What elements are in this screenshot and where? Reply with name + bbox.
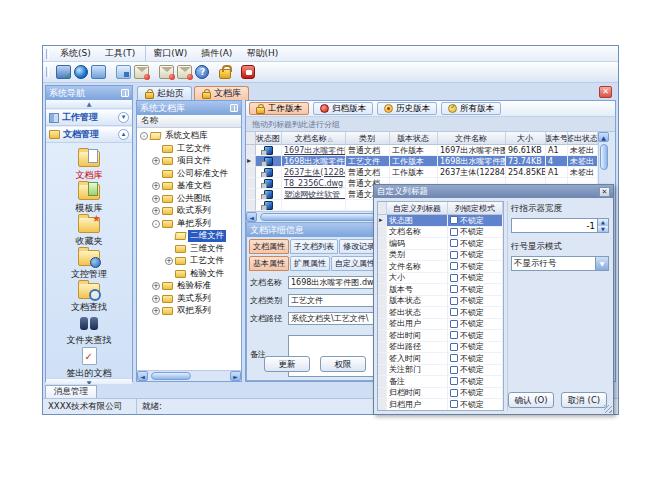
chevron-icon[interactable]: ▾ [118,112,129,123]
menu-item[interactable]: 系统(S) [53,46,98,61]
confirm-button[interactable]: 确认 (O) [508,392,554,408]
tree-node[interactable]: + 双把系列 [137,305,241,318]
help-icon[interactable] [195,65,209,79]
message-management-tab[interactable]: 消息管理 [45,385,97,398]
dialog-close-icon[interactable] [599,187,610,197]
tree-node[interactable]: + 公共图纸 [137,193,241,206]
tree-expander-icon[interactable]: + [152,307,160,315]
lock-mode-cell[interactable]: 不锁定 [448,273,503,285]
spinner-down-icon[interactable] [598,226,608,233]
lock-mode-cell[interactable]: 不锁定 [448,365,503,377]
tree-node[interactable]: + 项目文件 [137,155,241,168]
lock-icon[interactable] [219,69,231,79]
system-check-icon[interactable] [56,65,71,79]
document-tab[interactable]: 起始页 [137,86,192,100]
dialog-column-row[interactable]: 签出时间 不锁定 [378,330,503,342]
lock-mode-cell[interactable]: 不锁定 [448,250,503,262]
tree-node[interactable]: 公司标准文件 [137,168,241,181]
tree-expander-icon[interactable]: + [152,295,160,303]
dialog-column-row[interactable]: 签出用户 不锁定 [378,319,503,331]
scrollbar-thumb[interactable] [600,144,608,170]
nav-group-header[interactable]: 工作管理 ▾ [46,110,132,126]
tree-node[interactable]: + 基准文档 [137,180,241,193]
tree-node[interactable]: - 系统文档库 [137,130,241,143]
stop-icon[interactable] [241,65,255,79]
details-subtab[interactable]: 自定义属性 [331,256,379,271]
dialog-lock-mode-header[interactable]: 列锁定模式 [448,202,503,215]
menu-item[interactable]: 工具(T) [98,46,143,61]
nav-item[interactable]: 文件夹查找 [46,312,132,345]
tree-expander-icon[interactable]: + [152,157,160,165]
mail-receive-icon[interactable] [159,65,174,79]
menu-item[interactable]: 帮助(H) [239,46,285,61]
nav-group-header[interactable]: 文档管理 ▴ [46,127,132,143]
lock-checkbox[interactable] [450,297,458,305]
dialog-column-row[interactable]: 关注部门 不锁定 [378,365,503,377]
table-row[interactable]: 2637主体(12284).dwg 普通文档 工作版本 2637主体(12284… [246,167,598,178]
globe-icon[interactable] [74,65,88,79]
column-header[interactable]: 状态图 [256,132,282,145]
lock-mode-cell[interactable]: 不锁定 [448,388,503,400]
field-input[interactable] [288,294,380,307]
group-by-bar[interactable]: 拖动列标题到此进行分组 [246,117,615,132]
lock-checkbox[interactable] [450,262,458,270]
lock-mode-cell[interactable]: 不锁定 [448,342,503,354]
lock-checkbox[interactable] [450,343,458,351]
lock-checkbox[interactable] [450,285,458,293]
dialog-column-row[interactable]: 备注 不锁定 [378,376,503,388]
folder-view-icon[interactable] [116,65,131,79]
scroll-right-icon[interactable] [230,371,241,381]
toolbar-grip[interactable] [46,67,49,77]
nav-item[interactable]: 收藏夹 [46,213,132,246]
lock-checkbox[interactable] [450,366,458,374]
lock-mode-cell[interactable]: 不锁定 [448,215,503,227]
dialog-column-row[interactable]: 归档用户 不锁定 [378,399,503,411]
lock-mode-cell[interactable]: 不锁定 [448,307,503,319]
dialog-column-row[interactable]: 版本号 不锁定 [378,284,503,296]
mail-alert-icon[interactable] [177,65,192,79]
lock-checkbox[interactable] [450,274,458,282]
dialog-column-row[interactable]: 类别 不锁定 [378,250,503,262]
lock-checkbox[interactable] [450,239,458,247]
lock-mode-cell[interactable]: 不锁定 [448,227,503,239]
column-header[interactable]: 签出状态 [568,132,598,145]
tree-expander-icon[interactable]: + [152,195,160,203]
scrollbar-thumb[interactable] [151,372,191,380]
tree-node[interactable]: + 美式系列 [137,293,241,306]
lock-checkbox[interactable] [450,354,458,362]
tree-node[interactable]: + 检验标准 [137,280,241,293]
lock-mode-cell[interactable]: 不锁定 [448,376,503,388]
row-number-mode-dropdown[interactable]: 不显示行号 [511,256,609,271]
tree-expander-icon[interactable]: - [140,132,148,140]
details-tab[interactable]: 子文档列表 [290,239,338,254]
nav-item[interactable]: 文档库 [46,147,132,180]
pin-icon[interactable] [121,89,129,97]
lock-checkbox[interactable] [450,377,458,385]
tree-node[interactable]: 二维文件 [137,230,241,243]
lock-mode-cell[interactable]: 不锁定 [448,284,503,296]
tree-expander-icon[interactable]: + [152,182,160,190]
menu-item[interactable]: 窗口(W) [145,46,194,61]
dialog-column-row[interactable]: 大小 不锁定 [378,273,503,285]
lock-mode-cell[interactable]: 不锁定 [448,330,503,342]
details-subtab[interactable]: 基本属性 [249,256,289,271]
version-tab[interactable]: 所有版本 [441,102,501,115]
tree-horizontal-scrollbar[interactable] [137,370,241,381]
dropdown-arrow-icon[interactable] [595,257,608,270]
table-row[interactable]: 1697出水嘴零件图.dwg 普通文档 工作版本 1697出水嘴零件图.dwg … [246,145,598,156]
tree-node[interactable]: 检验文件 [137,268,241,281]
field-input[interactable] [288,312,380,325]
lock-mode-cell[interactable]: 不锁定 [448,319,503,331]
dialog-column-title-header[interactable]: 自定义列标题 [387,202,448,215]
tree-node[interactable]: 三维文件 [137,243,241,256]
dialog-column-row[interactable]: 编码 不锁定 [378,238,503,250]
lock-mode-cell[interactable]: 不锁定 [448,353,503,365]
column-header[interactable]: 大小 [506,132,546,145]
lock-mode-cell[interactable]: 不锁定 [448,238,503,250]
nav-scroll-up-button[interactable] [46,100,132,109]
dialog-column-row[interactable]: 文档名称 不锁定 [378,227,503,239]
details-subtab[interactable]: 扩展属性 [290,256,330,271]
lock-checkbox[interactable] [450,331,458,339]
nav-item[interactable]: 签出的文档 [46,345,132,378]
tree-node[interactable]: + 工艺文件 [137,255,241,268]
